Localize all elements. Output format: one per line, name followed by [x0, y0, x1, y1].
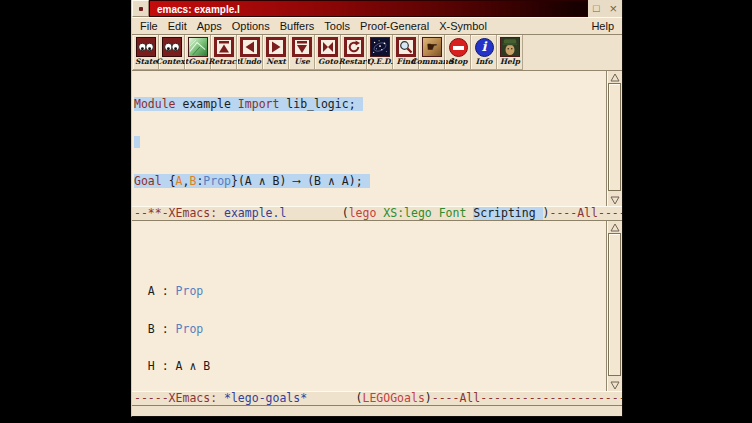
code-token: Import — [238, 97, 280, 111]
hypothesis-text: A : — [134, 284, 176, 298]
toolbar: State Context — [132, 35, 622, 71]
modeline-scripting-indicator: Scripting — [473, 206, 542, 220]
scrollbar-thumb[interactable] — [608, 233, 621, 376]
toolbar-stop-button[interactable]: Stop — [445, 35, 471, 70]
hypothesis-text: B : — [134, 322, 176, 336]
goal-line: A : Prop — [134, 285, 606, 298]
code-token: example — [176, 97, 238, 111]
hypothesis-type: Prop — [176, 322, 204, 336]
toolbar-qed-button[interactable]: Q.E.D. — [367, 35, 393, 70]
scroll-up-icon[interactable] — [609, 72, 621, 82]
modeline-position: ----All--------------------- — [432, 391, 622, 405]
hand-glyph: ☛ — [426, 38, 438, 56]
toolbar-context-button[interactable]: Context — [159, 35, 185, 70]
scroll-up-icon[interactable] — [609, 222, 621, 232]
modeline-major-mode: lego — [349, 206, 377, 220]
minibuffer[interactable] — [132, 406, 622, 416]
menu-options[interactable]: Options — [227, 20, 275, 32]
magnifier-icon — [396, 37, 416, 57]
triangle-down-bar-icon — [292, 37, 312, 57]
modeline-gap: ( — [286, 206, 348, 220]
info-circle-icon: i — [475, 38, 494, 57]
toolbar-retract-label: Retract — [208, 57, 239, 66]
toolbar-retract-button[interactable]: Retract — [211, 35, 237, 70]
menu-tools[interactable]: Tools — [319, 20, 355, 32]
menu-edit[interactable]: Edit — [163, 20, 192, 32]
goal-line: H : A ∧ B — [134, 360, 606, 373]
script-scrollbar[interactable] — [606, 71, 622, 206]
goals-scrollbar[interactable] — [606, 221, 622, 391]
toolbar-info-button[interactable]: i Info — [471, 35, 497, 70]
toolbar-command-button[interactable]: ☛ Command — [419, 35, 445, 70]
toolbar-goal-label: Goal — [188, 57, 207, 66]
code-line — [134, 136, 606, 151]
circular-arrow-icon — [344, 37, 364, 57]
code-line: Goal {A,B:Prop}(A ∧ B) ⟶ (B ∧ A); — [134, 175, 606, 188]
close-icon[interactable]: × — [609, 2, 617, 15]
code-token: A — [176, 174, 183, 188]
code-token: { — [162, 174, 176, 188]
modeline-major-mode: LEGOGoals — [363, 391, 425, 405]
pointing-hand-icon: ☛ — [422, 37, 442, 57]
modeline-minor-modes: XS:lego Font — [383, 206, 466, 220]
triangle-up-bar-icon — [214, 37, 234, 57]
toolbar-help-label: Help — [500, 57, 520, 66]
script-buffer[interactable]: Module example Import lib_logic; Goal {A… — [132, 71, 606, 206]
toolbar-restart-label: Restart — [339, 57, 370, 66]
toolbar-qed-label: Q.E.D. — [367, 57, 393, 66]
code-line: Module example Import lib_logic; — [134, 98, 606, 111]
triangle-left-icon — [240, 37, 260, 57]
modeline-buffer-name: *lego-goals* — [224, 391, 307, 405]
hypothesis-text: H : A ∧ B — [134, 359, 210, 373]
modeline-prefix: --**-XEmacs: — [134, 206, 224, 220]
triangle-right-icon — [266, 37, 286, 57]
toolbar-next-button[interactable]: Next — [263, 35, 289, 70]
toolbar-help-button[interactable]: Help — [497, 35, 523, 70]
no-entry-icon — [449, 38, 468, 57]
toolbar-goto-label: Goto — [318, 57, 338, 66]
toolbar-goto-button[interactable]: Goto — [315, 35, 341, 70]
scrollbar-thumb[interactable] — [608, 83, 621, 191]
maximize-icon[interactable]: □ — [593, 3, 600, 14]
goals-modeline: -----XEmacs: *lego-goals* (LEGOGoals)---… — [132, 391, 622, 406]
info-glyph: i — [482, 39, 487, 54]
toolbar-undo-button[interactable]: Undo — [237, 35, 263, 70]
toolbar-goal-button[interactable]: Goal — [185, 35, 211, 70]
script-modeline: --**-XEmacs: example.l (lego XS:lego Fon… — [132, 206, 622, 221]
modeline-prefix: -----XEmacs: — [134, 391, 224, 405]
goals-blank-line — [134, 248, 606, 260]
toolbar-stop-label: Stop — [448, 57, 467, 66]
code-token: lib_logic; — [279, 97, 355, 111]
menu-x-symbol[interactable]: X-Symbol — [434, 20, 492, 32]
green-picture-icon — [188, 37, 208, 57]
toolbar-next-label: Next — [266, 57, 286, 66]
scroll-down-icon[interactable] — [609, 195, 621, 205]
hypothesis-type: Prop — [176, 284, 204, 298]
code-token: Goal — [134, 174, 162, 188]
menu-help[interactable]: Help — [586, 20, 619, 32]
toolbar-use-button[interactable]: Use — [289, 35, 315, 70]
menu-proof-general[interactable]: Proof-General — [355, 20, 434, 32]
starry-sky-icon — [370, 37, 390, 57]
toolbar-context-label: Context — [156, 57, 189, 66]
scroll-down-icon[interactable] — [609, 380, 621, 390]
xemacs-window: emacs: example.l □ × File Edit Apps Opti… — [131, 0, 623, 417]
toolbar-use-label: Use — [294, 57, 310, 66]
window-menu-button[interactable] — [132, 0, 149, 17]
title-bar: emacs: example.l □ × — [132, 0, 622, 17]
menu-file[interactable]: File — [135, 20, 163, 32]
menu-buffers[interactable]: Buffers — [275, 20, 320, 32]
goals-buffer[interactable]: A : Prop B : Prop H : A ∧ B ?2 : B ∧ A — [132, 221, 606, 391]
menu-apps[interactable]: Apps — [192, 20, 227, 32]
locked-region-newline — [134, 136, 140, 148]
eyes-icon — [162, 37, 182, 57]
code-token: }(A ∧ B) ⟶ (B ∧ A); — [231, 174, 363, 188]
eyes-icon — [136, 37, 156, 57]
modeline-buffer-name: example.l — [224, 206, 286, 220]
portrait-icon — [500, 37, 520, 57]
script-buffer-row: Module example Import lib_logic; Goal {A… — [132, 71, 622, 206]
menu-bar: File Edit Apps Options Buffers Tools Pro… — [132, 17, 622, 35]
toolbar-undo-label: Undo — [239, 57, 261, 66]
toolbar-restart-button[interactable]: Restart — [341, 35, 367, 70]
goal-line: B : Prop — [134, 323, 606, 336]
